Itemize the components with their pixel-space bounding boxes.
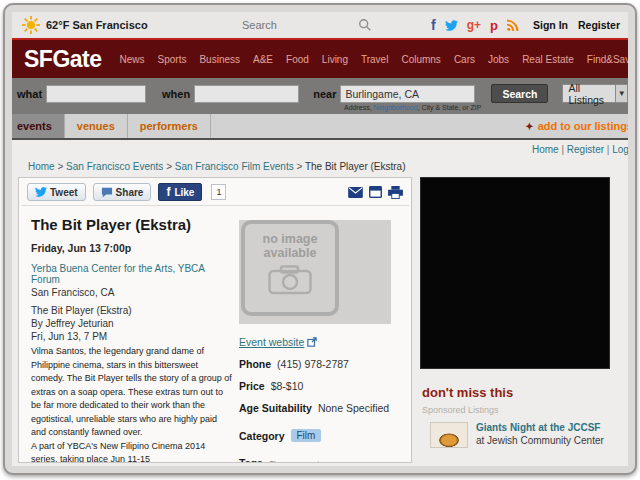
event-image-area: no imageavailable [239, 220, 391, 324]
site-search-input[interactable] [242, 19, 354, 31]
nav-item-news[interactable]: News [120, 54, 145, 65]
nav-item-food[interactable]: Food [286, 54, 309, 65]
tweet-button[interactable]: Tweet [27, 183, 86, 201]
nav-item-columns[interactable]: Columns [401, 54, 440, 65]
near-input[interactable] [340, 85, 475, 103]
facebook-like-button[interactable]: f Like [158, 183, 202, 201]
tabbar-spacer [211, 114, 525, 138]
film-title: The Bit Player (Ekstra) [31, 305, 233, 316]
register-link-2[interactable]: Register [559, 144, 604, 155]
event-location: San Francisco, CA [31, 287, 233, 298]
sponsored-listing-item[interactable]: Giants Night at the JCCSF at Jewish Comm… [420, 422, 610, 448]
near-label: near [313, 88, 336, 100]
right-sidebar: don't miss this Sponsored Listings Giant… [420, 177, 610, 463]
share-button[interactable]: Share [93, 183, 152, 201]
event-detail-card: Tweet Share f Like 1 [18, 177, 412, 463]
listing-thumbnail [430, 422, 468, 448]
nav-item-sports[interactable]: Sports [158, 54, 187, 65]
listings-dropdown-value: All Listings [563, 82, 615, 106]
venue-link[interactable]: Yerba Buena Center for the Arts, YBCA Fo… [31, 263, 233, 285]
browser-window-frame: 62°F San Francisco f g+ p [3, 3, 637, 475]
ad-placeholder[interactable] [420, 177, 610, 369]
event-info-column: The Bit Player (Ekstra) Friday, Jun 13 7… [19, 214, 239, 463]
register-link[interactable]: Register [578, 19, 620, 31]
series-note: A part of YBCA's New Filipino Cinema 201… [31, 440, 233, 464]
showtime: Fri, Jun 13, 7 PM [31, 331, 233, 342]
facebook-icon[interactable]: f [431, 17, 436, 33]
nav-item-ae[interactable]: A&E [253, 54, 273, 65]
tab-performers[interactable]: performers [128, 114, 211, 138]
nav-item-business[interactable]: Business [199, 54, 240, 65]
tab-events[interactable]: events [12, 114, 65, 138]
nav-item-find-save[interactable]: Find&Save [587, 54, 628, 65]
main-columns: Tweet Share f Like 1 [18, 177, 628, 463]
near-input-hint: Address, Neighborhood, City & State, or … [344, 104, 481, 111]
calendar-icon[interactable] [369, 186, 382, 198]
listing-title-link[interactable]: Giants Night at the JCCSF [476, 422, 604, 435]
rss-icon[interactable] [507, 19, 519, 31]
search-button[interactable]: Search [491, 84, 548, 103]
breadcrumb-home[interactable]: Home [28, 161, 66, 172]
section-tabs: events venues performers ✦ add to our li… [12, 114, 628, 140]
breadcrumb: HomeSan Francisco EventsSan Francisco Fi… [28, 161, 628, 172]
listing-subtitle: at Jewish Community Center [476, 435, 604, 448]
top-utility-bar: 62°F San Francisco f g+ p [12, 12, 628, 40]
social-links: f g+ p [431, 17, 519, 33]
nav-item-travel[interactable]: Travel [361, 54, 388, 65]
twitter-bird-icon [35, 186, 47, 198]
event-website-row: Event website [239, 336, 411, 348]
like-count-badge: 1 [211, 184, 226, 200]
pinterest-icon[interactable]: p [490, 18, 498, 33]
event-title: The Bit Player (Ekstra) [31, 216, 233, 233]
event-website-link[interactable]: Event website [239, 336, 317, 348]
breadcrumb-film-events[interactable]: San Francisco Film Events [175, 161, 305, 172]
listings-dropdown[interactable]: All Listings ▼ [562, 84, 628, 103]
nav-item-cars[interactable]: Cars [454, 54, 475, 65]
event-card-body: The Bit Player (Ekstra) Friday, Jun 13 7… [19, 206, 411, 463]
what-label: what [17, 88, 42, 100]
category-film-tag[interactable]: Film [291, 429, 322, 442]
sponsored-listings-label: Sponsored Listings [422, 405, 610, 415]
email-icon[interactable] [348, 187, 363, 198]
nav-menu: News Sports Business A&E Food Living Tra… [120, 54, 628, 65]
when-input[interactable] [194, 85, 299, 103]
camera-icon [268, 265, 312, 295]
add-to-listings-link[interactable]: ✦ add to our listings [525, 114, 628, 138]
print-icon[interactable] [388, 186, 403, 199]
nav-item-jobs[interactable]: Jobs [488, 54, 509, 65]
user-account-links: HomeRegisterLog In [12, 144, 628, 155]
tab-venues[interactable]: venues [65, 114, 128, 138]
googleplus-icon[interactable]: g+ [467, 18, 481, 32]
sfgate-events-page: 62°F San Francisco f g+ p [12, 12, 628, 466]
external-link-icon [307, 337, 317, 347]
page-action-icons [348, 186, 403, 199]
event-meta-column: no imageavailable [239, 214, 411, 463]
breadcrumb-sf-events[interactable]: San Francisco Events [66, 161, 175, 172]
age-suitability-row: Age Suitability None Specified [239, 402, 411, 414]
nav-item-real-estate[interactable]: Real Estate [522, 54, 574, 65]
sun-icon [22, 16, 40, 34]
twitter-icon[interactable] [445, 19, 458, 32]
search-icon[interactable] [358, 18, 372, 32]
tags-row: Tags There are no tags [239, 457, 411, 463]
event-search-bar: what when near Search All Listings ▼ Add… [12, 78, 628, 114]
event-datetime: Friday, Jun 13 7:00p [31, 242, 233, 254]
weather-widget: 62°F San Francisco [22, 16, 242, 34]
age-value: None Specified [318, 402, 389, 414]
category-row: Category Film [239, 429, 411, 442]
price-value: $8-$10 [271, 380, 304, 392]
sign-in-link[interactable]: Sign In [533, 19, 568, 31]
sfgate-logo[interactable]: SFGate [24, 46, 102, 73]
price-row: Price $8-$10 [239, 380, 411, 392]
film-director: By Jeffrey Jeturian [31, 318, 233, 329]
main-navigation: SFGate News Sports Business A&E Food Liv… [12, 40, 628, 78]
facebook-f-icon: f [166, 185, 170, 199]
weather-temperature: 62°F San Francisco [46, 19, 148, 31]
no-image-placeholder: no imageavailable [241, 220, 339, 316]
home-link[interactable]: Home [532, 144, 559, 155]
nav-item-living[interactable]: Living [322, 54, 348, 65]
share-bubble-icon [101, 187, 113, 198]
login-link[interactable]: Log In [604, 144, 628, 155]
breadcrumb-current: The Bit Player (Ekstra) [305, 161, 406, 172]
what-input[interactable] [46, 85, 146, 103]
